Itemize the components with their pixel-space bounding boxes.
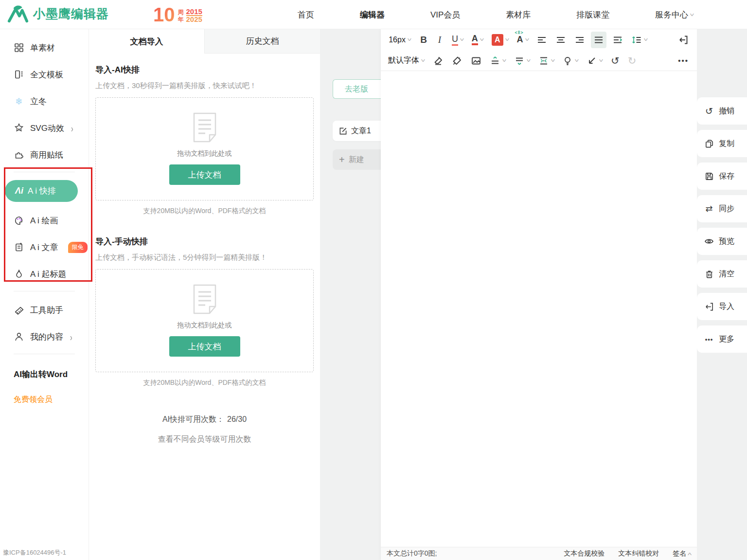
new-document-button[interactable]: + 新建	[333, 149, 381, 170]
tab-history-docs[interactable]: 历史文档	[204, 29, 320, 54]
template-icon	[14, 69, 24, 80]
italic-button[interactable]: I	[433, 32, 446, 48]
clear-action-button[interactable]: 清空	[697, 260, 747, 288]
undo-action-button[interactable]: ↺ 撤销	[697, 97, 747, 125]
anniversary-nian: 年	[178, 16, 184, 23]
chevron-down-icon: >	[523, 38, 531, 41]
more-action-button[interactable]: ••• 更多	[697, 325, 747, 353]
nav-courses[interactable]: 排版课堂	[576, 9, 609, 20]
align-right-button[interactable]	[572, 32, 587, 48]
char-scale-button[interactable]: <‖>A >	[515, 32, 531, 48]
font-size-select[interactable]: 16px>	[386, 32, 414, 48]
sidebar-item-svg-effects[interactable]: s SVG动效 ›	[14, 120, 89, 136]
align-left-button[interactable]	[534, 32, 550, 48]
edit-icon	[339, 127, 347, 135]
sidebar-item-single-material[interactable]: 单素材	[14, 39, 89, 56]
upload-document-button[interactable]: 上传文档	[169, 164, 240, 185]
nav-service-center[interactable]: 服务中心>	[655, 9, 694, 20]
anniversary-zhou: 周	[178, 9, 184, 16]
export-button[interactable]	[676, 32, 691, 48]
redo-button[interactable]: ↻	[625, 53, 639, 69]
sidebar-item-lidong[interactable]: ❄ 立冬	[14, 93, 89, 109]
chevron-down-icon: >	[478, 38, 485, 41]
nav-vip[interactable]: VIP会员	[430, 9, 460, 20]
chevron-down-icon: >	[573, 59, 581, 62]
right-toolbar: ↺ 撤销 复制 保存 ⇄ 同步 预	[697, 29, 747, 560]
document-icon	[192, 112, 217, 143]
quota-counter: AI快排可用次数：26/30	[95, 415, 314, 425]
space-before-button[interactable]: >	[487, 53, 508, 69]
sidebar-item-tools[interactable]: 工具助手	[14, 302, 89, 318]
copy-action-button[interactable]: 复制	[697, 130, 747, 157]
signature-toggle[interactable]: 签名>	[673, 549, 691, 558]
nav-editor[interactable]: 编辑器	[360, 9, 385, 20]
sync-action-button[interactable]: ⇄ 同步	[697, 195, 747, 222]
trash-icon	[704, 269, 714, 279]
more-dots-icon: •••	[704, 334, 714, 344]
compliance-check-link[interactable]: 文本合规校验	[564, 549, 605, 558]
letter-spacing-button[interactable]: >	[536, 53, 557, 69]
ai-import-subtitle: 上传文档，30秒得到一篇精美排版，快来试试吧！	[95, 81, 314, 90]
preview-action-button[interactable]: 预览	[697, 228, 747, 255]
quota-tiers-link[interactable]: 查看不同会员等级可用次数	[95, 434, 314, 445]
snowflake-icon: ❄	[14, 96, 24, 107]
insert-corner-button[interactable]: >	[584, 53, 605, 69]
upload-document-button[interactable]: 上传文档	[169, 336, 240, 357]
line-height-button[interactable]: >	[629, 32, 650, 48]
eye-icon	[704, 236, 714, 246]
chevron-down-icon: >	[549, 59, 556, 62]
indent-button[interactable]	[610, 32, 625, 48]
tab-doc-import[interactable]: 文档导入	[89, 29, 204, 54]
ai-import-dropzone[interactable]: 拖动文档到此处或 上传文档	[95, 97, 314, 200]
document-tab-1[interactable]: 文章1	[333, 121, 381, 141]
legacy-version-button[interactable]: 去老版	[333, 79, 381, 99]
quota-value: 26/30	[227, 415, 247, 423]
sidebar-item-full-template[interactable]: 全文模板	[14, 66, 89, 83]
chevron-down-icon: >	[525, 59, 532, 62]
app-logo[interactable]: 小墨鹰编辑器	[7, 4, 109, 23]
nav-home[interactable]: 首页	[298, 9, 314, 20]
ruler-icon	[14, 305, 24, 315]
space-after-button[interactable]: >	[512, 53, 533, 69]
more-tools-button[interactable]: •••	[676, 53, 691, 69]
sidebar-item-ai-article[interactable]: A i 文章 限免	[14, 239, 89, 255]
drop-hint-text: 拖动文档到此处或	[178, 321, 232, 330]
scale-marks-icon: <‖>	[515, 30, 528, 35]
format-painter-icon[interactable]	[449, 53, 465, 69]
bold-button[interactable]: B	[417, 32, 430, 48]
align-center-button[interactable]	[553, 32, 569, 48]
format-hint: 支持20MB以内的Word、PDF格式的文档	[95, 379, 314, 387]
undo-button[interactable]: ↺	[608, 53, 622, 69]
sidebar-item-my-content[interactable]: 我的内容 ›	[14, 328, 89, 345]
svg-text:s: s	[18, 127, 20, 131]
import-action-button[interactable]: 导入	[697, 293, 747, 320]
underline-button[interactable]: U>	[449, 32, 466, 48]
sidebar-item-stickers[interactable]: 商用贴纸	[14, 146, 89, 163]
sidebar-item-ai-painting[interactable]: A i 绘画	[14, 212, 89, 229]
undo-icon: ↺	[704, 106, 714, 116]
editor-canvas[interactable]	[381, 71, 697, 547]
font-color-button[interactable]: A>	[469, 32, 486, 48]
sidebar-item-ai-kuaipai[interactable]: Λi A i 快排	[5, 180, 78, 202]
palette-icon	[14, 215, 24, 226]
chevron-down-icon: >	[642, 38, 650, 41]
lightbulb-button[interactable]: >	[560, 53, 581, 69]
ai-to-word-link[interactable]: AI输出转Word	[14, 369, 89, 380]
import-icon	[704, 302, 714, 311]
document-icon	[192, 284, 217, 314]
proofread-link[interactable]: 文本纠错校对	[618, 549, 659, 558]
sidebar-item-ai-title[interactable]: A i 起标题	[14, 266, 89, 282]
anniversary-badge: 10 周 2015 年 2025	[153, 3, 202, 26]
font-family-select[interactable]: 默认字体>	[386, 53, 427, 69]
highlight-color-button[interactable]: A>	[489, 32, 511, 48]
justify-button[interactable]	[591, 32, 606, 48]
chevron-down-icon: >	[500, 59, 508, 62]
manual-import-dropzone[interactable]: 拖动文档到此处或 上传文档	[95, 269, 314, 372]
flame-icon	[14, 269, 24, 279]
import-panel: 文档导入 历史文档 导入-AI快排 上传文档，30秒得到一篇精美排版，快来试试吧…	[89, 29, 320, 560]
nav-materials[interactable]: 素材库	[506, 9, 531, 20]
eraser-icon[interactable]	[430, 53, 446, 69]
save-action-button[interactable]: 保存	[697, 163, 747, 190]
free-vip-link[interactable]: 免费领会员	[14, 395, 89, 405]
image-icon[interactable]	[468, 53, 484, 69]
